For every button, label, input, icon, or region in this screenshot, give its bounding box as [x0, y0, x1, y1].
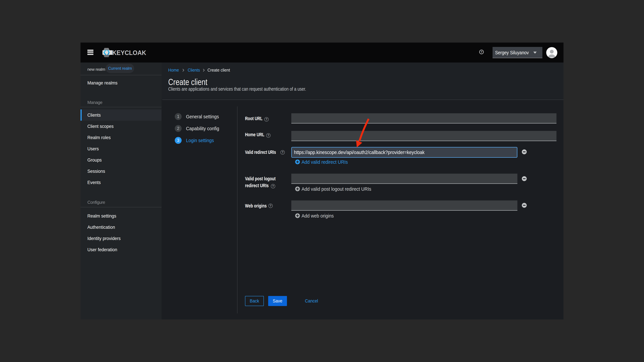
svg-text:?: ? — [481, 50, 482, 54]
